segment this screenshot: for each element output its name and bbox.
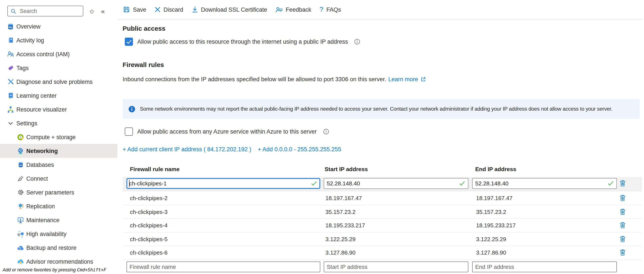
svg-text:DB: DB [19, 164, 22, 166]
info-icon[interactable] [354, 39, 361, 45]
rule-name: ch-clickpipes-4 [130, 222, 168, 229]
info-banner-text: Some network environments may not report… [140, 106, 612, 112]
text-cursor [129, 180, 129, 187]
sidebar-item-label: Advisor recommendations [26, 258, 93, 265]
add-client-ip-link[interactable]: + Add current client IP address ( 84.172… [122, 146, 251, 153]
feedback-label: Feedback [286, 6, 312, 13]
save-button[interactable]: Save [123, 6, 146, 13]
rule-name: ch-clickpipes-3 [130, 208, 168, 215]
public-access-title: Public access [122, 25, 165, 32]
sidebar-item-overview[interactable]: My Overview [0, 20, 118, 33]
table-row: ch-clickpipes-5 3.122.25.29 3.122.25.29 [122, 232, 642, 246]
firewall-description: Inbound connections from the IP addresse… [122, 76, 426, 83]
download-ssl-certificate-button[interactable]: Download SSL Certificate [192, 6, 267, 13]
diagnose-icon [7, 78, 14, 85]
sidebar-item-maintenance[interactable]: Maintenance [0, 213, 118, 227]
sidebar-item-label: Replication [26, 203, 55, 209]
firewall-rules-table: Firewall rule name Start IP address End … [122, 166, 642, 274]
new-start-ip-input[interactable] [324, 261, 468, 272]
sidebar-item-label: Databases [26, 161, 54, 168]
sidebar-item-activity-log[interactable]: Activity log [0, 33, 118, 47]
sidebar-item-resource-visualizer[interactable]: Resource visualizer [0, 102, 118, 116]
activity-log-icon [7, 37, 14, 44]
compute-storage-icon: $ [17, 133, 24, 141]
networking-icon [17, 147, 24, 154]
search-box[interactable] [7, 6, 83, 17]
end-ip: 35.157.23.2 [476, 208, 506, 215]
advisor-icon [17, 258, 24, 265]
add-ip-links: + Add current client IP address ( 84.172… [122, 146, 341, 153]
learn-more-link[interactable]: Learn more [388, 76, 418, 83]
table-row: ch-clickpipes-4 18.195.233.217 18.195.23… [122, 219, 642, 232]
sidebar-item-databases[interactable]: DB Databases [0, 158, 118, 172]
sidebar-item-replication[interactable]: Replication [0, 199, 118, 213]
databases-icon: DB [17, 161, 24, 168]
sidebar-item-high-availability[interactable]: High availability [0, 227, 118, 241]
editing-end-ip-cell [472, 178, 617, 189]
sidebar-item-advisor-recommendations[interactable]: Advisor recommendations [0, 254, 118, 268]
collapse-sidebar-icon[interactable]: « [101, 7, 105, 15]
valid-check-icon [311, 181, 317, 186]
sidebar-item-access-control[interactable]: Access control (IAM) [0, 47, 118, 61]
start-ip: 3.122.25.29 [326, 236, 356, 242]
table-row: ch-clickpipes-3 35.157.23.2 35.157.23.2 [122, 205, 642, 219]
delete-rule-button[interactable] [620, 180, 626, 187]
rule-name: ch-clickpipes-5 [130, 236, 168, 242]
delete-rule-button[interactable] [620, 208, 626, 215]
firewall-description-text: Inbound connections from the IP addresse… [122, 76, 386, 83]
delete-rule-button[interactable] [620, 235, 626, 242]
feedback-button[interactable]: Feedback [276, 6, 312, 13]
azure-services-checkbox[interactable] [125, 128, 133, 136]
resource-visualizer-icon [7, 106, 14, 113]
sidebar-item-backup-restore[interactable]: Backup and restore [0, 241, 118, 254]
external-link-icon[interactable] [420, 77, 426, 82]
public-access-checkbox-label: Allow public access to this resource thr… [137, 39, 348, 45]
column-header-end-ip: End IP address [475, 166, 516, 172]
editing-start-ip-input[interactable] [324, 178, 468, 189]
faqs-button[interactable]: ? FAQs [320, 6, 341, 13]
delete-rule-button[interactable] [620, 194, 626, 201]
save-icon [123, 6, 130, 13]
sidebar-item-connect[interactable]: Connect [0, 172, 118, 185]
end-ip: 3.127.86.90 [476, 249, 506, 256]
azure-services-checkbox-row: Allow public access from any Azure servi… [125, 128, 329, 136]
editing-rule-name-input[interactable] [126, 178, 320, 189]
new-rule-name-input[interactable] [126, 261, 320, 272]
sidebar-item-learning-center[interactable]: 101 Learning center [0, 89, 118, 102]
sidebar-item-label: Server parameters [26, 189, 74, 196]
new-end-ip-input[interactable] [472, 261, 617, 272]
public-access-checkbox[interactable] [125, 38, 133, 46]
sidebar-item-server-parameters[interactable]: Server parameters [0, 185, 118, 199]
table-row: ch-clickpipes-2 18.197.167.47 18.197.167… [122, 191, 642, 205]
toolbar-divider [118, 19, 643, 20]
svg-text:101: 101 [9, 94, 12, 96]
sidebar-item-label: Connect [26, 175, 48, 182]
faqs-label: FAQs [326, 6, 341, 13]
discard-button[interactable]: Discard [154, 6, 184, 13]
editing-end-ip-input[interactable] [472, 178, 617, 189]
sidebar-item-label: Overview [16, 23, 40, 30]
info-icon[interactable] [323, 128, 329, 135]
public-access-checkbox-row: Allow public access to this resource thr… [125, 38, 361, 46]
sidebar-item-tags[interactable]: Tags [0, 61, 118, 75]
svg-text:$: $ [20, 136, 21, 138]
feedback-icon [276, 6, 283, 13]
pin-menu-icon[interactable]: ◇ [90, 8, 94, 14]
mysql-database-icon: My [7, 23, 14, 30]
tags-icon [7, 64, 14, 72]
search-input[interactable] [19, 8, 80, 15]
sidebar-item-compute-storage[interactable]: $ Compute + storage [0, 130, 118, 144]
save-label: Save [133, 6, 146, 13]
delete-rule-button[interactable] [620, 222, 626, 229]
add-all-ips-link[interactable]: + Add 0.0.0.0 - 255.255.255.255 [258, 146, 341, 153]
sidebar-item-diagnose[interactable]: Diagnose and solve problems [0, 75, 118, 89]
delete-rule-button[interactable] [620, 249, 626, 256]
sidebar-group-settings[interactable]: Settings [0, 116, 118, 130]
editing-rule-name-cell [126, 178, 320, 189]
sidebar-search-row: ◇ « [7, 6, 105, 17]
replication-icon [17, 202, 24, 210]
sidebar-item-networking[interactable]: Networking [0, 144, 118, 158]
rule-name: ch-clickpipes-2 [130, 195, 168, 201]
svg-text:My: My [9, 26, 12, 28]
high-availability-icon [17, 230, 24, 237]
